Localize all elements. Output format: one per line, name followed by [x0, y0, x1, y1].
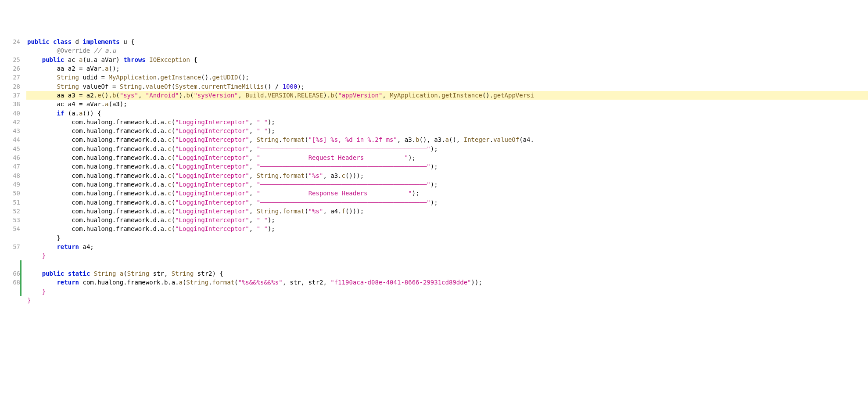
token: . [279, 136, 282, 143]
code-content[interactable]: com.hualong.framework.d.a.c("LoggingInte… [26, 180, 868, 189]
token: ); [268, 119, 275, 126]
code-line[interactable]: 47 com.hualong.framework.d.a.c("LoggingI… [0, 162, 868, 171]
code-line[interactable]: 27 String udid = MyApplication.getInstan… [0, 73, 868, 82]
code-line[interactable]: 48 com.hualong.framework.d.a.c("LoggingI… [0, 171, 868, 180]
token: aa a2 = aVar. [57, 65, 105, 72]
code-content[interactable]: ac a4 = aVar.a(a3); [26, 100, 868, 108]
code-content[interactable]: return com.hualong.framework.b.a.a(Strin… [26, 278, 868, 287]
token: "LoggingInterceptor" [175, 208, 249, 215]
code-content[interactable]: public class d implements u { [26, 37, 868, 46]
code-line[interactable]: 57 return a4; [0, 242, 868, 251]
token: format [283, 172, 305, 179]
code-line[interactable]: 54 com.hualong.framework.d.a.c("LoggingI… [0, 224, 868, 233]
code-content[interactable]: String valueOf = String.valueOf(System.c… [26, 82, 868, 91]
line-number: 46 [0, 153, 26, 162]
line-wrap: 42 com.hualong.framework.d.a.c("LoggingI… [0, 118, 868, 126]
code-line[interactable]: @Override // a.u [0, 46, 868, 55]
code-content[interactable]: com.hualong.framework.d.a.c("LoggingInte… [26, 207, 868, 216]
code-content[interactable]: return a4; [26, 242, 868, 251]
token: , [249, 225, 257, 232]
code-line[interactable]: 40 if (a.a()) { [0, 109, 868, 118]
code-line[interactable]: 53 com.hualong.framework.d.a.c("LoggingI… [0, 216, 868, 224]
code-content[interactable]: com.hualong.framework.d.a.c("LoggingInte… [26, 144, 868, 153]
code-content[interactable]: @Override // a.u [26, 46, 868, 55]
token: , [138, 92, 146, 99]
line-wrap: } [0, 234, 868, 242]
code-content[interactable]: com.hualong.framework.d.a.c("LoggingInte… [26, 126, 868, 135]
code-line[interactable]: 37 aa a3 = a2.e().b("sys", "Android").b(… [0, 91, 868, 100]
token: currentTimeMillis [201, 83, 264, 90]
code-line[interactable]: 28 String valueOf = String.valueOf(Syste… [0, 82, 868, 91]
line-number [0, 46, 26, 55]
code-content[interactable]: } [26, 234, 868, 242]
code-line[interactable] [0, 260, 868, 269]
code-content[interactable]: com.hualong.framework.d.a.c("LoggingInte… [26, 189, 868, 198]
modification-bar-icon [20, 269, 22, 278]
token: ( [172, 181, 175, 188]
token: "───────────────────────────────────────… [257, 163, 430, 170]
code-content[interactable]: } [26, 296, 868, 305]
code-line[interactable]: 66 public static String a(String str, St… [0, 269, 868, 278]
code-content[interactable] [26, 260, 868, 269]
token: ( [234, 279, 238, 286]
code-content[interactable]: aa a3 = a2.e().b("sys", "Android").b("sy… [26, 91, 868, 100]
token: getInstance [441, 92, 482, 99]
line-number: 38 [0, 100, 26, 108]
code-content[interactable]: com.hualong.framework.d.a.c("LoggingInte… [26, 118, 868, 126]
line-number: 42 [0, 118, 26, 126]
token: "LoggingInterceptor" [175, 127, 249, 134]
token: . [279, 172, 282, 179]
code-content[interactable]: com.hualong.framework.d.a.c("LoggingInte… [26, 224, 868, 233]
token: (a3); [108, 101, 127, 108]
code-content[interactable]: com.hualong.framework.d.a.c("LoggingInte… [26, 135, 868, 144]
code-content[interactable]: com.hualong.framework.d.a.c("LoggingInte… [26, 216, 868, 224]
token: ( [172, 83, 175, 90]
code-content[interactable]: String udid = MyApplication.getInstance(… [26, 73, 868, 82]
code-editor[interactable]: 24public class d implements u { @Overrid… [0, 37, 868, 305]
code-line[interactable]: 49 com.hualong.framework.d.a.c("LoggingI… [0, 180, 868, 189]
token: } [42, 252, 46, 259]
token: , [382, 92, 390, 99]
token: MyApplication [390, 92, 438, 99]
code-content[interactable]: public static String a(String str, Strin… [26, 269, 868, 278]
token: c [168, 154, 171, 161]
token: , a4. [323, 208, 341, 215]
code-line[interactable]: 26 aa a2 = aVar.a(); [0, 64, 868, 73]
code-line[interactable]: 45 com.hualong.framework.d.a.c("LoggingI… [0, 144, 868, 153]
code-content[interactable]: if (a.a()) { [26, 109, 868, 118]
code-line[interactable]: 46 com.hualong.framework.d.a.c("LoggingI… [0, 153, 868, 162]
code-line[interactable]: 42 com.hualong.framework.d.a.c("LoggingI… [0, 118, 868, 126]
code-line[interactable]: } [0, 287, 868, 296]
code-content[interactable]: com.hualong.framework.d.a.c("LoggingInte… [26, 162, 868, 171]
code-line[interactable]: 43 com.hualong.framework.d.a.c("LoggingI… [0, 126, 868, 135]
code-line[interactable]: 52 com.hualong.framework.d.a.c("LoggingI… [0, 207, 868, 216]
token: (). [482, 92, 493, 99]
code-line[interactable]: } [0, 251, 868, 260]
code-line[interactable]: 68 return com.hualong.framework.b.a.a(St… [0, 278, 868, 287]
code-content[interactable]: } [26, 251, 868, 260]
token: . [208, 279, 212, 286]
line-wrap: 44 com.hualong.framework.d.a.c("LoggingI… [0, 135, 868, 144]
token: } [57, 234, 60, 241]
line-number: 25 [0, 55, 26, 64]
code-line[interactable]: 44 com.hualong.framework.d.a.c("LoggingI… [0, 135, 868, 144]
code-content[interactable]: aa a2 = aVar.a(); [26, 64, 868, 73]
code-content[interactable]: public ac a(u.a aVar) throws IOException… [26, 55, 868, 64]
code-line[interactable]: } [0, 234, 868, 242]
code-line[interactable]: } [0, 296, 868, 305]
code-line[interactable]: 50 com.hualong.framework.d.a.c("LoggingI… [0, 189, 868, 198]
code-line[interactable]: 25 public ac a(u.a aVar) throws IOExcept… [0, 55, 868, 64]
code-content[interactable]: com.hualong.framework.d.a.c("LoggingInte… [26, 198, 868, 207]
token: "LoggingInterceptor" [175, 136, 249, 143]
code-line[interactable]: 51 com.hualong.framework.d.a.c("LoggingI… [0, 198, 868, 207]
code-content[interactable]: } [26, 287, 868, 296]
token: ); [408, 154, 416, 161]
token: c [168, 145, 171, 152]
code-content[interactable]: com.hualong.framework.d.a.c("LoggingInte… [26, 171, 868, 180]
token: com.hualong.framework.d.a. [72, 119, 168, 126]
code-content[interactable]: com.hualong.framework.d.a.c("LoggingInte… [26, 153, 868, 162]
code-line[interactable]: 24public class d implements u { [0, 37, 868, 46]
token: . [279, 208, 282, 215]
code-line[interactable]: 38 ac a4 = aVar.a(a3); [0, 100, 868, 108]
token: ( [172, 136, 175, 143]
